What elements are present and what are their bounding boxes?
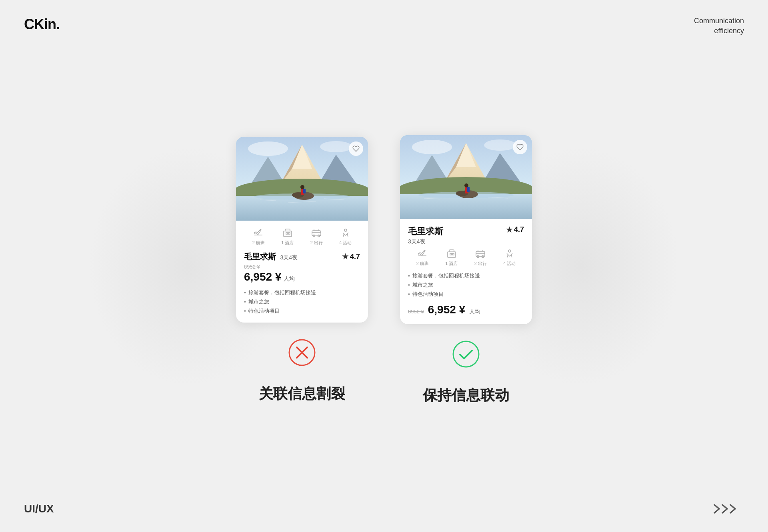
left-status-icon [288,339,316,368]
left-card-image [236,137,368,221]
left-icons-row: 2 航班 1 酒店 [244,227,360,246]
left-caption: 关联信息割裂 [259,384,345,404]
left-feature-3: 特色活动项目 [244,307,360,315]
right-destination: 毛里求斯 [408,225,443,237]
svg-rect-22 [286,233,288,234]
left-duration: 3天4夜 [280,254,298,261]
left-card-body: 2 航班 1 酒店 [236,221,368,323]
chevrons [712,502,744,516]
right-card-image [400,135,532,219]
right-price-row: 8952 ¥ 6,952 ¥ 人均 [408,303,524,316]
svg-point-28 [344,229,347,231]
svg-rect-16 [303,189,306,193]
svg-point-47 [464,183,468,187]
right-card-body: 毛里求斯 3天4夜 ★ 4.7 2 航班 [400,219,532,324]
left-features: 旅游套餐，包括回程机场接送 城市之旅 特色活动项目 [244,289,360,315]
right-icon-transport: 2 出行 [474,248,487,267]
right-column: 毛里求斯 3天4夜 ★ 4.7 2 航班 [400,135,532,405]
left-destination: 毛里求斯 [244,252,276,261]
right-original-price: 8952 ¥ [408,309,424,315]
bottom-label: UI/UX [24,502,54,515]
right-feature-2: 城市之旅 [408,281,524,289]
left-column: 2 航班 1 酒店 [236,137,368,404]
right-icons-row: 2 航班 1 酒店 [408,248,524,267]
top-bar: CKin. Communicationefficiency [24,16,744,36]
main-content: 2 航班 1 酒店 [0,48,768,492]
svg-point-2 [320,141,352,152]
right-current-price: 6,952 ¥ [428,303,465,316]
left-icon-flights: 2 航班 [252,227,265,246]
right-status-icon [452,340,480,370]
left-icon-activities: 4 活动 [339,227,352,246]
svg-rect-53 [450,253,452,255]
right-star-icon: ★ [506,225,512,234]
left-title-row: 毛里求斯 3天4夜 ★ 4.7 [244,251,360,262]
svg-rect-54 [452,253,454,255]
svg-point-60 [453,341,479,367]
bottom-bar: UI/UX [24,502,744,516]
svg-point-1 [248,141,288,156]
right-title-section: 毛里求斯 3天4夜 ★ 4.7 [408,225,524,245]
svg-rect-48 [467,187,470,192]
right-feature-3: 特色活动项目 [408,291,524,298]
left-icon-hotel: 1 酒店 [281,227,294,246]
left-per-person: 人均 [284,275,295,283]
left-original-price: 8952 ¥ [244,264,360,270]
right-feature-1: 旅游套餐，包括回程机场接送 [408,272,524,279]
right-caption: 保持信息联动 [423,386,509,405]
right-card: 毛里求斯 3天4夜 ★ 4.7 2 航班 [400,135,532,324]
left-heart-button[interactable] [349,141,363,156]
left-feature-2: 城市之旅 [244,298,360,305]
left-rating: ★ 4.7 [342,252,360,261]
right-per-person: 人均 [469,308,480,315]
svg-point-34 [484,139,516,151]
svg-point-15 [300,185,304,189]
left-current-price: 6,952 ¥ [244,271,281,283]
left-icon-transport: 2 出行 [310,227,323,246]
right-duration: 3天4夜 [408,238,443,245]
right-heart-button[interactable] [513,140,527,154]
right-rating: ★ 4.7 [506,225,524,234]
right-features: 旅游套餐，包括回程机场接送 城市之旅 特色活动项目 [408,272,524,298]
left-current-price-row: 6,952 ¥ 人均 [244,271,360,283]
svg-rect-23 [288,233,290,234]
svg-point-33 [412,140,452,154]
right-icon-flights: 2 航班 [416,248,429,267]
top-right-text: Communicationefficiency [694,16,744,36]
right-icon-activities: 4 活动 [503,248,516,267]
left-card: 2 航班 1 酒店 [236,137,368,323]
logo: CKin. [24,16,60,33]
right-icon-hotel: 1 酒店 [445,248,458,267]
left-star-icon: ★ [342,252,348,261]
svg-point-59 [508,250,511,252]
left-feature-1: 旅游套餐，包括回程机场接送 [244,289,360,296]
